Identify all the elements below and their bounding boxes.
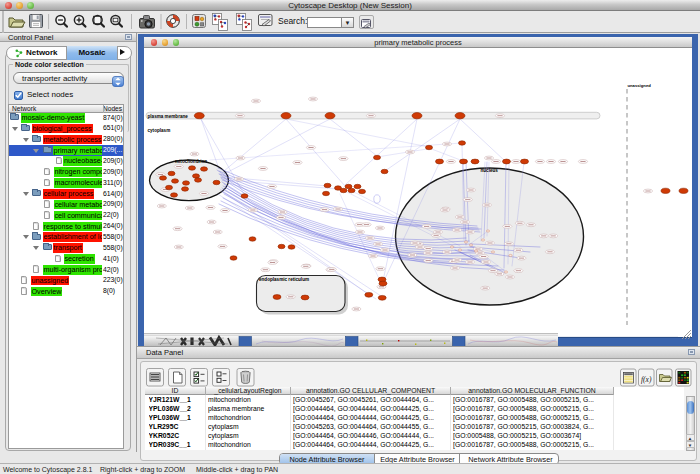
svg-text:endoplasmic reticulum: endoplasmic reticulum	[259, 277, 309, 282]
svg-text:plasma membrane: plasma membrane	[148, 114, 189, 119]
svg-text:nucleus: nucleus	[481, 168, 499, 173]
svg-text:mitochondrion: mitochondrion	[175, 159, 207, 164]
svg-text:f(x): f(x)	[641, 375, 652, 384]
svg-text:unassigned: unassigned	[628, 83, 652, 88]
svg-text:cytoplasm: cytoplasm	[148, 128, 171, 133]
